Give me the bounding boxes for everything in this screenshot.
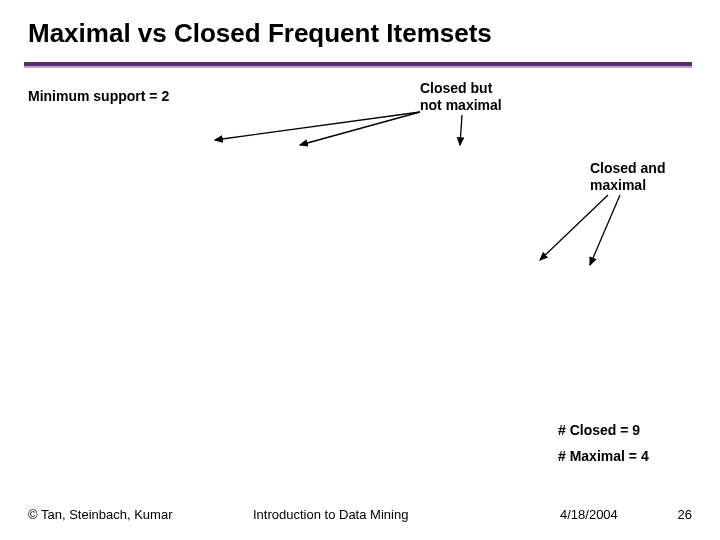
closed-count: # Closed = 9: [558, 422, 640, 438]
footer-date: 4/18/2004: [560, 507, 618, 522]
slide-title: Maximal vs Closed Frequent Itemsets: [28, 18, 492, 49]
closed-not-maximal-line1: Closed butnot maximal: [420, 80, 502, 113]
footer-authors: © Tan, Steinbach, Kumar: [28, 507, 172, 522]
minimum-support-text: Minimum support = 2: [28, 88, 169, 104]
title-underline-light: [24, 66, 692, 68]
maximal-count: # Maximal = 4: [558, 448, 649, 464]
closed-not-maximal-label: Closed butnot maximal: [420, 80, 502, 114]
svg-line-3: [460, 115, 462, 145]
svg-line-5: [590, 195, 620, 265]
svg-line-2: [215, 112, 420, 140]
closed-and-maximal-label: Closed andmaximal: [590, 160, 665, 194]
svg-line-1: [300, 112, 420, 145]
footer-course: Introduction to Data Mining: [253, 507, 408, 522]
footer-page: 26: [678, 507, 692, 522]
svg-line-4: [540, 195, 608, 260]
closed-and-maximal-text: Closed andmaximal: [590, 160, 665, 193]
